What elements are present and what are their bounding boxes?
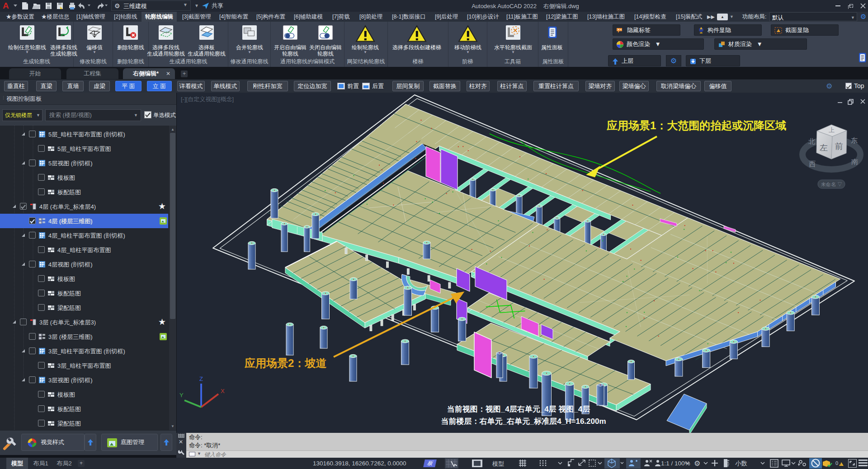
svg-text:上: 上 xyxy=(829,127,835,133)
svg-text:!: ! xyxy=(840,462,841,466)
svg-text:当前视图：视图_4层右单元_4层 视图_4层: 当前视图：视图_4层右单元_4层 视图_4层 xyxy=(447,405,590,413)
svg-text:[-][自定义视图][概念]: [-][自定义视图][概念] xyxy=(181,96,234,103)
svg-text:未命名 ▽: 未命名 ▽ xyxy=(821,182,842,187)
svg-text:应用场景1：大范围的抬起或沉降区域: 应用场景1：大范围的抬起或沉降区域 xyxy=(606,119,786,131)
svg-text:左: 左 xyxy=(820,143,828,152)
svg-text:小数: 小数 xyxy=(735,460,747,467)
svg-text:东: 东 xyxy=(851,136,858,144)
svg-text:北: 北 xyxy=(808,137,815,145)
svg-text:Y: Y xyxy=(179,392,184,399)
svg-text:Z: Z xyxy=(199,375,203,382)
svg-text:X: X xyxy=(221,388,225,394)
svg-text:当前楼层：右单元_右单元_标准层4_H=16.200m: 当前楼层：右单元_右单元_标准层4_H=16.200m xyxy=(441,417,606,426)
svg-text:0: 0 xyxy=(835,460,838,466)
svg-text:西: 西 xyxy=(809,160,816,168)
svg-text:应用场景2：坡道: 应用场景2：坡道 xyxy=(244,357,327,369)
svg-text:前: 前 xyxy=(835,142,843,151)
svg-text:南: 南 xyxy=(851,158,858,165)
svg-text:⚙: ⚙ xyxy=(694,460,700,467)
